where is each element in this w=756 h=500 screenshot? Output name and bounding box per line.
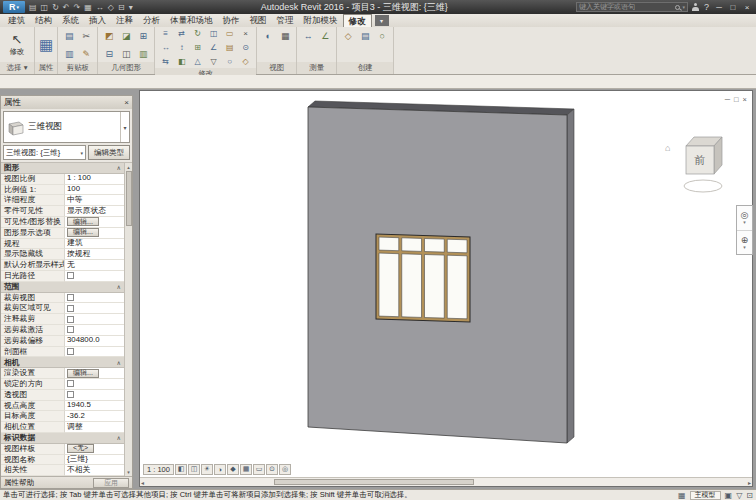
apply-button[interactable]: 应用 <box>93 478 129 488</box>
panel-label-measure[interactable]: 测量 <box>297 62 336 74</box>
undo-icon[interactable]: ↶ <box>63 3 70 12</box>
unpin-icon[interactable]: △ <box>191 57 204 66</box>
drawing-area[interactable]: ─ □ × ⌂ 前 ◎ ▾ ⊕ ▾ 1 : 100 ◧ ◫ ☀ <box>139 90 753 487</box>
help-icon[interactable]: ? <box>704 2 709 12</box>
qat-customize-icon[interactable]: ▾ <box>129 3 133 12</box>
properties-header[interactable]: 属性 × <box>1 96 132 109</box>
cut-icon[interactable]: ✂ <box>79 31 93 41</box>
tab-manage[interactable]: 管理 <box>272 14 299 27</box>
minimize-button[interactable]: ─ <box>713 3 725 12</box>
delete-icon[interactable]: × <box>239 29 252 38</box>
paste-icon[interactable]: ▤ <box>62 31 76 41</box>
property-value[interactable]: 1 : 100 <box>65 174 124 185</box>
panel-label-create[interactable]: 创建 <box>337 62 393 74</box>
window-pane[interactable] <box>379 253 399 317</box>
property-value[interactable]: 按规程 <box>65 249 124 260</box>
edit-button[interactable]: 编辑... <box>67 369 99 378</box>
scroll-down-icon[interactable]: ▾ <box>127 469 130 475</box>
view-instance-combo[interactable]: 三维视图: {三维} ▾ <box>3 145 86 160</box>
property-value[interactable]: 中等 <box>65 195 124 206</box>
property-value[interactable]: 1940.5 <box>65 401 124 412</box>
window-pane[interactable] <box>447 255 467 319</box>
property-value[interactable]: 304800.0 <box>65 336 124 347</box>
property-value[interactable]: 100 <box>65 185 124 196</box>
pin-icon[interactable]: ⊙ <box>239 43 252 52</box>
window-pane[interactable] <box>425 255 445 319</box>
tab-annotate[interactable]: 注释 <box>111 14 138 27</box>
window-pane[interactable] <box>425 239 445 253</box>
collapse-icon[interactable]: ∧ <box>117 283 121 290</box>
edit-profile-icon[interactable]: ◇ <box>239 57 252 66</box>
align-icon[interactable]: ≡ <box>159 29 172 38</box>
section-identity-data[interactable]: 标识数据∧ <box>1 433 124 444</box>
selection-filter-icon[interactable]: ▽ <box>736 491 742 500</box>
panel-label-clipboard[interactable]: 剪贴板 <box>58 62 97 74</box>
property-value[interactable]: 无 <box>65 260 124 271</box>
tab-insert[interactable]: 插入 <box>84 14 111 27</box>
sun-path-icon[interactable]: ☀ <box>201 464 213 475</box>
type-selector[interactable]: 三维视图 ▾ <box>3 111 130 143</box>
property-value[interactable]: -36.2 <box>65 411 124 422</box>
edit-type-button[interactable]: 编辑类型 <box>88 145 130 160</box>
measure-distance-icon[interactable]: ↔ <box>301 31 315 41</box>
collapse-icon[interactable]: ∧ <box>117 164 121 171</box>
trim-icon[interactable]: ∠ <box>207 43 220 52</box>
properties-help-link[interactable]: 属性帮助 <box>4 478 34 488</box>
group-icon[interactable]: ○ <box>223 57 236 66</box>
join-geometry-icon[interactable]: ◪ <box>119 31 133 41</box>
design-options-icon[interactable]: ▣ <box>725 491 733 500</box>
tab-massing-site[interactable]: 体量和场地 <box>165 14 218 27</box>
chevron-down-icon[interactable]: ▾ <box>743 245 746 249</box>
demolish-icon[interactable]: ▽ <box>207 57 220 66</box>
view-minimize-icon[interactable]: ─ <box>725 95 730 104</box>
panel-label-geometry[interactable]: 几何图形 <box>98 62 154 74</box>
close-icon[interactable]: × <box>124 98 129 107</box>
array-icon[interactable]: ⊞ <box>191 43 204 52</box>
search-arrow-icon[interactable]: ▾ <box>682 4 685 10</box>
panel-label-properties[interactable]: 属性 <box>35 62 57 74</box>
crop-view-icon[interactable]: ▦ <box>240 464 252 475</box>
steering-wheel-button[interactable]: ◎ ▾ <box>737 206 752 231</box>
type-selector-arrow-icon[interactable]: ▾ <box>120 112 129 142</box>
lock-3d-view-icon[interactable]: ⊙ <box>266 464 278 475</box>
signin-icon[interactable] <box>692 3 700 12</box>
collapse-icon[interactable]: ∧ <box>117 434 121 441</box>
properties-icon[interactable]: ▦ <box>39 37 53 53</box>
create-assembly-icon[interactable]: ○ <box>375 31 389 41</box>
open-icon[interactable]: ▤ <box>29 3 37 12</box>
measure-angle-icon[interactable]: ∠ <box>318 31 332 41</box>
checkbox[interactable] <box>67 272 74 279</box>
view-template-button[interactable]: <无> <box>67 444 94 453</box>
match-type-icon[interactable]: ✎ <box>79 49 93 59</box>
property-value[interactable]: 调整 <box>65 422 124 433</box>
wall-side-face[interactable] <box>567 109 574 443</box>
restore-button[interactable]: □ <box>727 3 739 12</box>
worksets-icon[interactable]: ▦ <box>678 491 686 500</box>
tab-collaborate[interactable]: 协作 <box>218 14 245 27</box>
property-value[interactable]: 建筑 <box>65 239 124 250</box>
window-pane[interactable] <box>379 237 399 251</box>
show-crop-icon[interactable]: ▭ <box>253 464 265 475</box>
collapse-icon[interactable]: ∧ <box>117 359 121 366</box>
viewcube-home-icon[interactable]: ⌂ <box>665 143 670 153</box>
property-value[interactable]: 显示原状态 <box>65 206 124 217</box>
active-workset[interactable]: 主模型 <box>690 491 721 500</box>
tab-modify[interactable]: 修改 <box>343 14 372 27</box>
wall-joins-icon[interactable]: ⊞ <box>136 31 150 41</box>
viewcube[interactable]: 前 <box>680 133 726 195</box>
app-menu-button[interactable]: R▾ <box>3 1 25 13</box>
measure-icon[interactable]: ↔ <box>96 3 104 12</box>
scrollbar-thumb[interactable] <box>274 479 474 485</box>
window-pane[interactable] <box>402 254 422 318</box>
detail-level-icon[interactable]: ◧ <box>175 464 187 475</box>
cut-geometry-icon[interactable]: ◩ <box>102 31 116 41</box>
window-element[interactable] <box>376 234 470 322</box>
checkbox[interactable] <box>67 391 74 398</box>
checkbox[interactable] <box>67 326 74 333</box>
edit-button[interactable]: 编辑... <box>67 217 99 226</box>
section-extents[interactable]: 范围∧ <box>1 282 124 293</box>
visual-style-icon[interactable]: ◫ <box>188 464 200 475</box>
section-graphics[interactable]: 图形∧ <box>1 163 124 174</box>
tab-view[interactable]: 视图 <box>245 14 272 27</box>
offset-icon[interactable]: ▭ <box>223 29 236 38</box>
